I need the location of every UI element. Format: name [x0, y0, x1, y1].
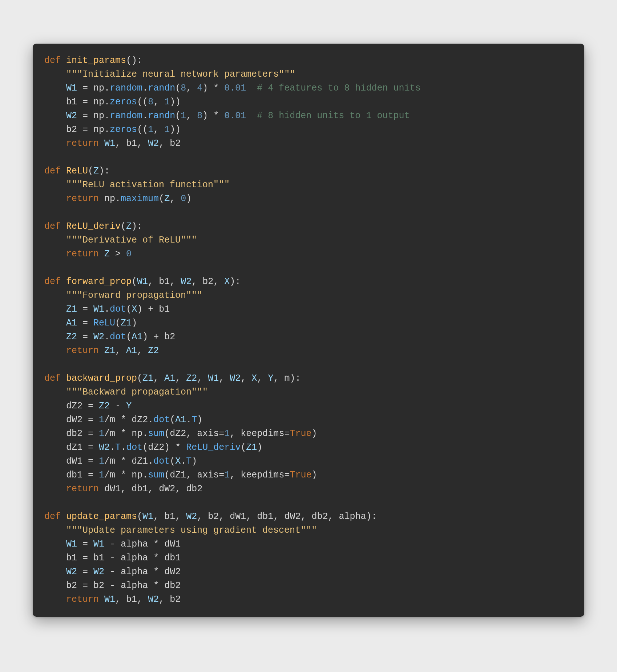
- code-block: def init_params(): """Initialize neural …: [33, 44, 584, 617]
- fn-ReLU_deriv: ReLU_deriv: [66, 221, 121, 232]
- fn-init_params: init_params: [66, 55, 126, 66]
- fn-ReLU: ReLU: [66, 166, 88, 176]
- fn-backward_prop: backward_prop: [66, 373, 137, 384]
- fn-update_params: update_params: [66, 511, 137, 522]
- code-content: def init_params(): """Initialize neural …: [44, 55, 420, 605]
- fn-forward_prop: forward_prop: [66, 276, 132, 287]
